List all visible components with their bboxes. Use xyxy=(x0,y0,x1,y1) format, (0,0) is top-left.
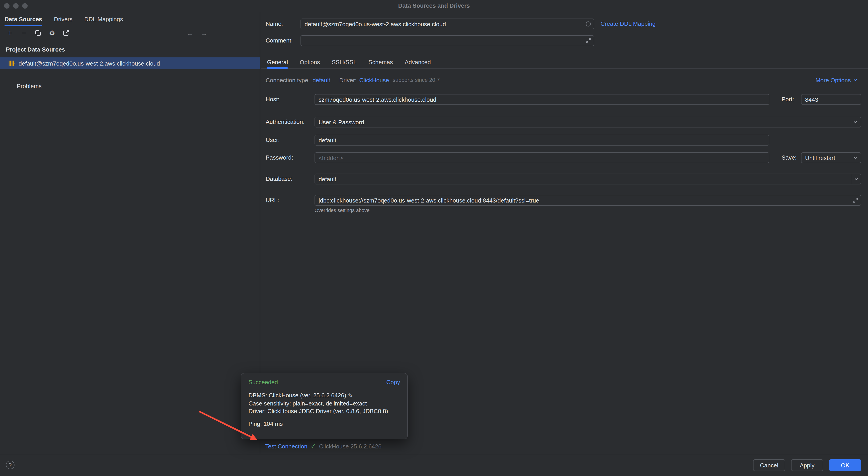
clickhouse-icon xyxy=(8,60,16,67)
dbms-text: DBMS: ClickHouse (ver. 25.6.2.6426) xyxy=(248,392,346,399)
check-icon: ✓ xyxy=(310,443,316,450)
window-title: Data Sources and Drivers xyxy=(0,0,868,12)
add-icon[interactable]: + xyxy=(6,29,13,37)
driver-label: Driver: xyxy=(339,77,356,83)
tab-advanced[interactable]: Advanced xyxy=(405,56,431,68)
combo-dropdown-button[interactable] xyxy=(851,174,861,184)
window-titlebar: Data Sources and Drivers xyxy=(0,0,868,12)
more-options-link[interactable]: More Options xyxy=(815,77,858,83)
connection-type-value[interactable]: default xyxy=(312,77,330,83)
case-sensitivity-line: Case sensitivity: plain=exact, delimited… xyxy=(248,400,400,407)
popup-header: Succeeded Copy xyxy=(248,379,400,385)
gear-icon[interactable]: ⚙ xyxy=(49,29,56,37)
remove-icon[interactable]: − xyxy=(20,29,28,37)
host-row: Host: Port: xyxy=(261,94,868,105)
user-input[interactable] xyxy=(314,135,769,145)
create-ddl-mapping-link[interactable]: Create DDL Mapping xyxy=(600,19,655,29)
expand-icon[interactable] xyxy=(852,197,859,203)
url-field-wrap xyxy=(314,195,861,206)
data-sources-dialog: Data Sources and Drivers Data Sources Dr… xyxy=(0,0,868,476)
tab-label: DDL Mappings xyxy=(84,15,123,22)
comment-label: Comment: xyxy=(266,35,293,46)
forward-icon[interactable]: → xyxy=(200,29,207,37)
password-input[interactable] xyxy=(314,152,769,163)
chevron-down-icon xyxy=(852,155,859,161)
duplicate-icon[interactable] xyxy=(34,29,42,37)
tab-label: SSH/SSL xyxy=(332,59,356,65)
ok-button[interactable]: OK xyxy=(829,459,861,471)
authentication-row: Authentication: User & Password xyxy=(261,116,868,128)
data-source-color-icon[interactable] xyxy=(585,21,591,27)
connection-type-label: Connection type: xyxy=(266,77,310,83)
save-select[interactable]: Until restart xyxy=(801,152,861,163)
save-label: Save: xyxy=(781,152,797,163)
test-connection-link[interactable]: Test Connection xyxy=(265,443,307,449)
apply-button[interactable]: Apply xyxy=(791,459,823,471)
url-input[interactable] xyxy=(314,195,861,206)
host-label: Host: xyxy=(266,94,279,105)
tab-general[interactable]: General xyxy=(267,56,288,68)
footer-status: Test Connection ✓ ClickHouse 25.6.2.6426 xyxy=(265,442,381,451)
annotation-arrow xyxy=(195,405,267,447)
copy-link[interactable]: Copy xyxy=(386,379,400,385)
project-data-sources-heading: Project Data Sources xyxy=(6,46,260,53)
data-source-item-label: default@szm7oqed0o.us-west-2.aws.clickho… xyxy=(19,60,160,67)
config-tabbar: General Options SSH/SSL Schemas Advanced xyxy=(261,56,868,69)
driver-value[interactable]: ClickHouse xyxy=(359,77,389,83)
name-label: Name: xyxy=(266,19,283,29)
tab-options[interactable]: Options xyxy=(300,56,320,68)
database-label: Database: xyxy=(266,174,292,184)
driver-line: Driver: ClickHouse JDBC Driver (ver. 0.8… xyxy=(248,407,400,415)
driver-note: supports since 20.7 xyxy=(393,77,440,83)
expand-icon[interactable] xyxy=(585,37,591,44)
left-panel: Data Sources Drivers DDL Mappings + − ⚙ xyxy=(0,12,260,454)
tab-label: Schemas xyxy=(368,59,393,65)
port-input[interactable] xyxy=(801,94,861,105)
comment-row: Comment: xyxy=(261,35,868,46)
history-nav: ← → xyxy=(186,29,207,37)
dialog-buttons: Cancel Apply OK xyxy=(753,459,861,471)
tab-label: Drivers xyxy=(54,15,72,22)
comment-input[interactable] xyxy=(301,35,594,46)
authentication-value: User & Password xyxy=(319,118,364,126)
database-value: default xyxy=(319,176,336,182)
ping-line: Ping: 104 ms xyxy=(248,420,400,428)
open-ddl-icon[interactable] xyxy=(62,29,70,37)
cancel-button[interactable]: Cancel xyxy=(753,459,785,471)
left-tabbar: Data Sources Drivers DDL Mappings xyxy=(0,12,260,26)
popup-details: DBMS: ClickHouse (ver. 25.6.2.6426)✎ Cas… xyxy=(248,392,400,428)
name-row: Name: Create DDL Mapping xyxy=(261,19,868,29)
name-field-wrap xyxy=(301,19,594,29)
user-label: User: xyxy=(266,135,280,145)
data-source-item-selected[interactable]: default@szm7oqed0o.us-west-2.aws.clickho… xyxy=(0,58,260,69)
tab-ddl-mappings[interactable]: DDL Mappings xyxy=(84,12,123,26)
dialog-button-bar: ? Cancel Apply OK xyxy=(0,454,868,476)
database-combo[interactable]: default xyxy=(314,174,861,184)
tab-ssh-ssl[interactable]: SSH/SSL xyxy=(332,56,356,68)
tab-schemas[interactable]: Schemas xyxy=(368,56,393,68)
back-icon[interactable]: ← xyxy=(186,29,193,37)
pencil-icon[interactable]: ✎ xyxy=(348,393,352,399)
database-row: Database: default xyxy=(261,174,868,184)
status-succeeded: Succeeded xyxy=(248,379,278,385)
chevron-down-icon xyxy=(852,120,859,125)
authentication-select[interactable]: User & Password xyxy=(314,116,861,128)
tab-drivers[interactable]: Drivers xyxy=(54,12,72,26)
dbms-line: DBMS: ClickHouse (ver. 25.6.2.6426)✎ xyxy=(248,392,400,400)
host-input[interactable] xyxy=(314,94,769,105)
help-icon[interactable]: ? xyxy=(6,461,14,469)
left-toolbar: + − ⚙ ← → xyxy=(0,26,260,40)
name-input[interactable] xyxy=(301,19,594,29)
port-label: Port: xyxy=(781,94,794,105)
tab-label: Data Sources xyxy=(4,15,42,22)
comment-field-wrap xyxy=(301,35,594,46)
tab-data-sources[interactable]: Data Sources xyxy=(4,12,42,26)
password-row: Password: Save: Until restart xyxy=(261,152,868,163)
chevron-down-icon xyxy=(852,77,858,83)
authentication-label: Authentication: xyxy=(266,116,305,128)
url-overrides-note: Overrides settings above xyxy=(314,207,370,213)
password-label: Password: xyxy=(266,152,293,163)
tab-label: Options xyxy=(300,59,320,65)
problems-node[interactable]: Problems xyxy=(17,83,260,90)
connection-status-text: ClickHouse 25.6.2.6426 xyxy=(319,443,381,449)
